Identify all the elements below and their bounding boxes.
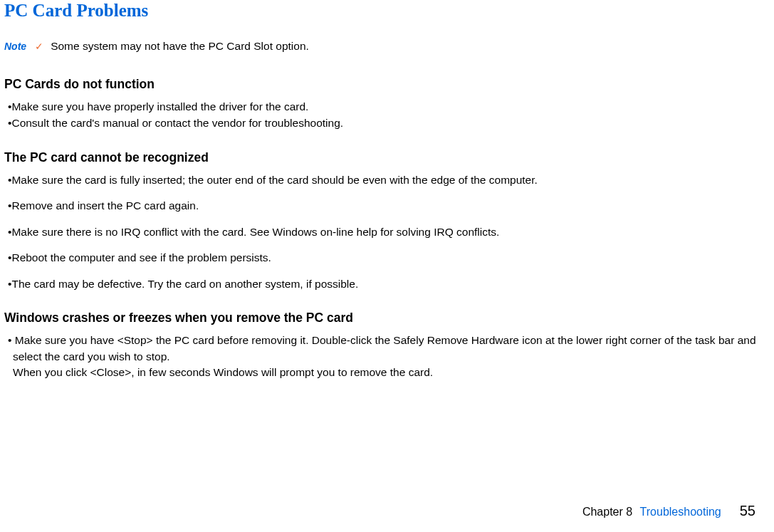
list-pc-cards-not-function: Make sure you have properly installed th… bbox=[4, 99, 770, 132]
heading-windows-crashes: Windows crashes or freezes when you remo… bbox=[4, 311, 770, 325]
heading-pc-card-not-recognized: The PC card cannot be recognized bbox=[4, 150, 770, 165]
page-footer: Chapter 8 Troubleshooting 55 bbox=[582, 503, 755, 519]
list-item: Reboot the computer and see if the probl… bbox=[4, 250, 770, 266]
list-item: Remove and insert the PC card again. bbox=[4, 198, 770, 214]
list-item-text: Make sure you have <Stop> the PC card be… bbox=[13, 334, 756, 362]
footer-section: Troubleshooting bbox=[640, 506, 721, 518]
page-title: PC Card Problems bbox=[4, 0, 770, 21]
list-item: Make sure the card is fully inserted; th… bbox=[4, 172, 770, 188]
footer-chapter: Chapter 8 bbox=[582, 506, 632, 518]
note-text: Some system may not have the PC Card Slo… bbox=[51, 40, 309, 53]
list-windows-crashes: Make sure you have <Stop> the PC card be… bbox=[4, 333, 770, 380]
list-item: Consult the card's manual or contact the… bbox=[4, 115, 770, 131]
heading-pc-cards-not-function: PC Cards do not function bbox=[4, 77, 770, 92]
check-icon: ✓ bbox=[35, 41, 43, 51]
list-item-continuation: When you click <Close>, in few seconds W… bbox=[13, 365, 770, 380]
list-item: Make sure you have properly installed th… bbox=[4, 99, 770, 115]
footer-page-number: 55 bbox=[740, 503, 755, 519]
note-row: Note ✓ Some system may not have the PC C… bbox=[4, 40, 770, 53]
note-label: Note bbox=[4, 41, 26, 52]
list-item: Make sure you have <Stop> the PC card be… bbox=[4, 333, 770, 380]
list-pc-card-not-recognized: Make sure the card is fully inserted; th… bbox=[4, 172, 770, 292]
list-item: The card may be defective. Try the card … bbox=[4, 276, 770, 292]
list-item: Make sure there is no IRQ conflict with … bbox=[4, 224, 770, 240]
